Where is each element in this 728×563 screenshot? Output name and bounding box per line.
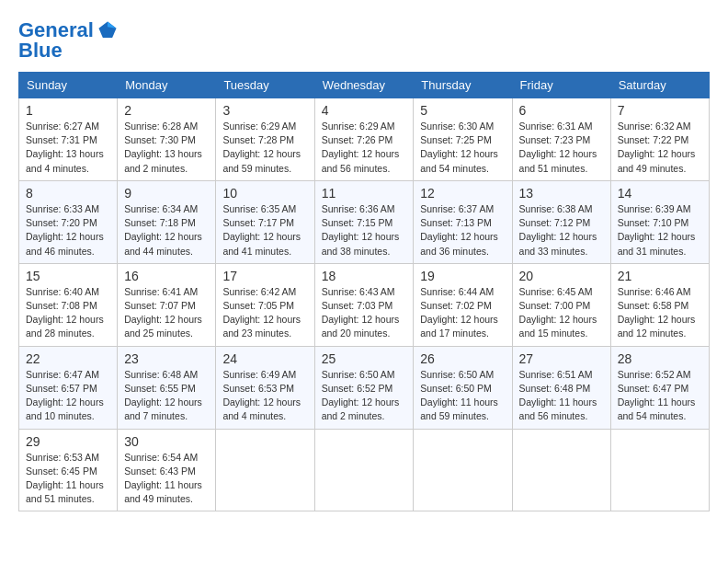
calendar-cell: 15 Sunrise: 6:40 AM Sunset: 7:08 PM Dayl… — [19, 263, 118, 346]
day-detail: Sunrise: 6:44 AM Sunset: 7:02 PM Dayligh… — [420, 285, 505, 341]
calendar-cell: 30 Sunrise: 6:54 AM Sunset: 6:43 PM Dayl… — [118, 429, 216, 511]
calendar-week-row: 1 Sunrise: 6:27 AM Sunset: 7:31 PM Dayli… — [19, 98, 710, 181]
calendar-cell — [414, 429, 512, 511]
calendar-cell: 12 Sunrise: 6:37 AM Sunset: 7:13 PM Dayl… — [414, 180, 512, 263]
day-number: 30 — [124, 434, 209, 449]
day-header-sunday: Sunday — [19, 73, 118, 98]
calendar-week-row: 15 Sunrise: 6:40 AM Sunset: 7:08 PM Dayl… — [19, 263, 710, 346]
calendar-week-row: 8 Sunrise: 6:33 AM Sunset: 7:20 PM Dayli… — [19, 180, 710, 263]
day-header-wednesday: Wednesday — [314, 73, 414, 98]
day-detail: Sunrise: 6:34 AM Sunset: 7:18 PM Dayligh… — [124, 202, 209, 259]
calendar-cell: 14 Sunrise: 6:39 AM Sunset: 7:10 PM Dayl… — [610, 180, 709, 263]
calendar-cell: 23 Sunrise: 6:48 AM Sunset: 6:55 PM Dayl… — [118, 346, 216, 429]
day-detail: Sunrise: 6:32 AM Sunset: 7:22 PM Dayligh… — [618, 120, 702, 176]
day-detail: Sunrise: 6:51 AM Sunset: 6:48 PM Dayligh… — [519, 368, 604, 424]
calendar-cell: 27 Sunrise: 6:51 AM Sunset: 6:48 PM Dayl… — [512, 346, 610, 429]
calendar-week-row: 29 Sunrise: 6:53 AM Sunset: 6:45 PM Dayl… — [19, 429, 710, 511]
calendar-header-row: SundayMondayTuesdayWednesdayThursdayFrid… — [19, 73, 710, 98]
day-detail: Sunrise: 6:28 AM Sunset: 7:30 PM Dayligh… — [124, 120, 209, 176]
calendar-cell: 1 Sunrise: 6:27 AM Sunset: 7:31 PM Dayli… — [19, 98, 118, 181]
day-number: 15 — [26, 269, 110, 283]
day-detail: Sunrise: 6:38 AM Sunset: 7:12 PM Dayligh… — [519, 202, 604, 259]
day-header-saturday: Saturday — [610, 73, 709, 98]
calendar-cell: 8 Sunrise: 6:33 AM Sunset: 7:20 PM Dayli… — [19, 180, 118, 263]
calendar-cell: 17 Sunrise: 6:42 AM Sunset: 7:05 PM Dayl… — [216, 263, 314, 346]
calendar-cell: 3 Sunrise: 6:29 AM Sunset: 7:28 PM Dayli… — [216, 98, 314, 181]
day-detail: Sunrise: 6:29 AM Sunset: 7:26 PM Dayligh… — [322, 120, 407, 176]
day-number: 19 — [420, 269, 505, 283]
day-number: 24 — [222, 351, 307, 366]
day-detail: Sunrise: 6:45 AM Sunset: 7:00 PM Dayligh… — [519, 285, 604, 341]
day-number: 22 — [26, 351, 110, 366]
day-detail: Sunrise: 6:30 AM Sunset: 7:25 PM Dayligh… — [420, 120, 505, 176]
calendar-cell: 20 Sunrise: 6:45 AM Sunset: 7:00 PM Dayl… — [512, 263, 610, 346]
logo: General Blue — [18, 18, 118, 63]
calendar-cell: 21 Sunrise: 6:46 AM Sunset: 6:58 PM Dayl… — [610, 263, 709, 346]
calendar-cell: 16 Sunrise: 6:41 AM Sunset: 7:07 PM Dayl… — [118, 263, 216, 346]
day-number: 16 — [124, 269, 209, 283]
day-number: 11 — [322, 186, 407, 201]
day-detail: Sunrise: 6:37 AM Sunset: 7:13 PM Dayligh… — [420, 202, 505, 259]
calendar-cell — [512, 429, 610, 511]
calendar-cell — [216, 429, 314, 511]
calendar-week-row: 22 Sunrise: 6:47 AM Sunset: 6:57 PM Dayl… — [19, 346, 710, 429]
calendar-cell: 22 Sunrise: 6:47 AM Sunset: 6:57 PM Dayl… — [19, 346, 118, 429]
day-detail: Sunrise: 6:41 AM Sunset: 7:07 PM Dayligh… — [124, 285, 209, 341]
day-detail: Sunrise: 6:43 AM Sunset: 7:03 PM Dayligh… — [322, 285, 407, 341]
day-detail: Sunrise: 6:33 AM Sunset: 7:20 PM Dayligh… — [26, 202, 110, 259]
calendar-cell — [314, 429, 414, 511]
calendar-cell: 29 Sunrise: 6:53 AM Sunset: 6:45 PM Dayl… — [19, 429, 118, 511]
calendar-table: SundayMondayTuesdayWednesdayThursdayFrid… — [18, 72, 710, 511]
day-detail: Sunrise: 6:40 AM Sunset: 7:08 PM Dayligh… — [26, 285, 110, 341]
calendar-cell: 7 Sunrise: 6:32 AM Sunset: 7:22 PM Dayli… — [610, 98, 709, 181]
calendar-cell — [610, 429, 709, 511]
day-detail: Sunrise: 6:49 AM Sunset: 6:53 PM Dayligh… — [222, 368, 307, 424]
day-number: 6 — [519, 103, 604, 118]
day-number: 13 — [519, 186, 604, 201]
day-number: 27 — [519, 351, 604, 366]
day-detail: Sunrise: 6:39 AM Sunset: 7:10 PM Dayligh… — [618, 202, 702, 259]
day-header-monday: Monday — [118, 73, 216, 98]
calendar-cell: 13 Sunrise: 6:38 AM Sunset: 7:12 PM Dayl… — [512, 180, 610, 263]
calendar-cell: 6 Sunrise: 6:31 AM Sunset: 7:23 PM Dayli… — [512, 98, 610, 181]
day-detail: Sunrise: 6:36 AM Sunset: 7:15 PM Dayligh… — [322, 202, 407, 259]
day-detail: Sunrise: 6:46 AM Sunset: 6:58 PM Dayligh… — [618, 285, 702, 341]
day-number: 26 — [420, 351, 505, 366]
day-detail: Sunrise: 6:50 AM Sunset: 6:50 PM Dayligh… — [420, 368, 505, 424]
day-header-thursday: Thursday — [414, 73, 512, 98]
calendar-cell: 24 Sunrise: 6:49 AM Sunset: 6:53 PM Dayl… — [216, 346, 314, 429]
calendar-cell: 18 Sunrise: 6:43 AM Sunset: 7:03 PM Dayl… — [314, 263, 414, 346]
day-detail: Sunrise: 6:42 AM Sunset: 7:05 PM Dayligh… — [222, 285, 307, 341]
day-detail: Sunrise: 6:53 AM Sunset: 6:45 PM Dayligh… — [26, 451, 110, 507]
day-header-tuesday: Tuesday — [216, 73, 314, 98]
day-number: 10 — [222, 186, 307, 201]
logo-bird-icon — [97, 20, 118, 40]
day-detail: Sunrise: 6:29 AM Sunset: 7:28 PM Dayligh… — [222, 120, 307, 176]
calendar-cell: 5 Sunrise: 6:30 AM Sunset: 7:25 PM Dayli… — [414, 98, 512, 181]
day-number: 18 — [322, 269, 407, 283]
day-number: 4 — [322, 103, 407, 118]
day-number: 8 — [26, 186, 110, 201]
calendar-cell: 2 Sunrise: 6:28 AM Sunset: 7:30 PM Dayli… — [118, 98, 216, 181]
logo-blue-text: Blue — [18, 39, 63, 63]
day-number: 23 — [124, 351, 209, 366]
day-number: 14 — [618, 186, 702, 201]
day-detail: Sunrise: 6:52 AM Sunset: 6:47 PM Dayligh… — [618, 368, 702, 424]
day-header-friday: Friday — [512, 73, 610, 98]
day-number: 3 — [222, 103, 307, 118]
calendar-cell: 19 Sunrise: 6:44 AM Sunset: 7:02 PM Dayl… — [414, 263, 512, 346]
day-number: 28 — [618, 351, 702, 366]
day-number: 21 — [618, 269, 702, 283]
day-number: 29 — [26, 434, 110, 449]
calendar-cell: 11 Sunrise: 6:36 AM Sunset: 7:15 PM Dayl… — [314, 180, 414, 263]
day-detail: Sunrise: 6:31 AM Sunset: 7:23 PM Dayligh… — [519, 120, 604, 176]
day-detail: Sunrise: 6:48 AM Sunset: 6:55 PM Dayligh… — [124, 368, 209, 424]
day-number: 9 — [124, 186, 209, 201]
day-detail: Sunrise: 6:27 AM Sunset: 7:31 PM Dayligh… — [26, 120, 110, 176]
day-number: 5 — [420, 103, 505, 118]
day-detail: Sunrise: 6:54 AM Sunset: 6:43 PM Dayligh… — [124, 451, 209, 507]
day-detail: Sunrise: 6:35 AM Sunset: 7:17 PM Dayligh… — [222, 202, 307, 259]
page-header: General Blue — [18, 18, 710, 63]
day-detail: Sunrise: 6:47 AM Sunset: 6:57 PM Dayligh… — [26, 368, 110, 424]
day-number: 2 — [124, 103, 209, 118]
